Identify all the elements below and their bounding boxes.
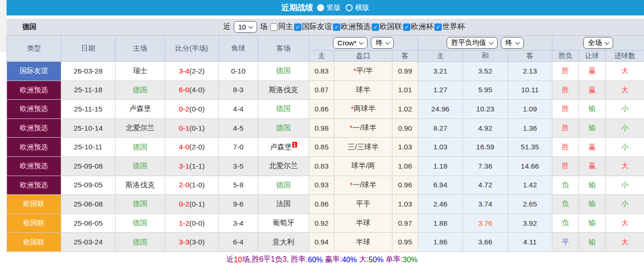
layout-radio-0[interactable]: 竖版	[317, 3, 341, 12]
subheader-goals: 进球数	[606, 51, 644, 62]
away-team-name: 葡萄牙	[273, 219, 295, 227]
goals-outcome: 小	[606, 118, 644, 138]
match-date: 25-10-14	[61, 118, 116, 138]
header-score: 比分(半场)	[165, 36, 219, 62]
handicap-text: 半球	[356, 238, 370, 246]
bookmaker-select-value: Crow*	[338, 39, 357, 47]
match-date: 25-09-08	[61, 156, 116, 176]
subheader-result: 胜负	[552, 51, 579, 62]
fulltime-score: 1-2	[179, 219, 189, 227]
goals-result-text: 大	[621, 86, 629, 94]
away-team-name: 德国	[276, 181, 291, 189]
handicap-outcome: 输	[579, 195, 606, 214]
avg-odds-draw: 4.92	[463, 118, 508, 138]
goals-outcome: 大	[606, 81, 644, 100]
avg-odds-away: 10.11	[508, 81, 552, 100]
match-type-badge: 国际友谊	[7, 62, 61, 81]
score-cell: 3-1(1-1)	[165, 156, 219, 176]
home-team-name: 德国	[133, 143, 147, 151]
team-name: 德国	[22, 22, 36, 31]
fulltime-score: 0-2	[179, 105, 189, 113]
result-outcome: 胜	[552, 100, 579, 119]
result-outcome: 平	[552, 233, 579, 252]
layout-radio-1[interactable]: 横版	[346, 3, 369, 12]
goals-outcome: 大	[606, 214, 644, 233]
handicap-outcome: 赢	[579, 81, 606, 100]
header-home: 主场	[116, 36, 165, 62]
handicap-text: 一/球半	[353, 181, 376, 189]
filter-checkbox-2[interactable]: ✓欧洲预选	[333, 22, 371, 32]
handicap-text: 球半/两	[351, 162, 375, 170]
header-type: 类型	[7, 36, 61, 62]
corners: 6-4	[219, 233, 258, 252]
summary-segment: 大:	[357, 255, 369, 265]
filter-checkbox-5[interactable]: ✓世界杯	[434, 22, 465, 32]
avg-odds-home: 1.88	[418, 214, 463, 233]
handicap-result-text: 赢	[588, 143, 596, 151]
scope-select[interactable]: 全场	[583, 37, 613, 49]
crow-odds-home: 0.98	[309, 118, 334, 138]
scope-select-value: 全场	[588, 38, 602, 47]
handicap-result-text: 输	[588, 124, 596, 132]
avg-group-header: 胜平负均值 终	[418, 36, 552, 51]
score-cell: 4-0(2-0)	[165, 138, 219, 157]
result-text: 负	[562, 219, 569, 227]
handicap-line: 球半	[334, 81, 392, 100]
avg-odds-draw: 4.72	[463, 176, 508, 195]
table-row: 欧洲预选 25-10-14 北爱尔兰 0-1(0-1) 4-5 德国 0.98 …	[7, 118, 644, 138]
odds-time-select[interactable]: 终	[371, 37, 394, 49]
summary-segment: 赢率:	[323, 255, 342, 265]
halftime-score: (0-1)	[189, 200, 205, 208]
fulltime-score: 0-2	[179, 200, 189, 208]
header-row-groups: 类型 日期 主场 比分(半场) 角球 客场 Crow* 终	[7, 36, 644, 51]
result-outcome: 负	[552, 176, 579, 195]
team-count-badge: 1	[292, 142, 297, 148]
filter-checkbox-3[interactable]: ✓欧国联	[372, 22, 402, 32]
home-team: 德国	[116, 233, 165, 252]
away-team: 卢森堡1	[258, 138, 309, 157]
crow-odds-away: 0.95	[392, 233, 418, 252]
crow-odds-home: 0.93	[309, 176, 334, 195]
page-title: 近期战绩	[282, 2, 313, 13]
table-row: 欧洲预选 25-11-15 卢森堡 0-2(0-0) 4-4 德国 0.86 *…	[7, 100, 644, 119]
avg-odds-home: 24.96	[418, 100, 463, 119]
avg-type-select[interactable]: 胜平负均值	[447, 37, 498, 49]
score-cell: 0-2(0-0)	[165, 100, 219, 119]
subheader-avg-home: 主	[418, 51, 463, 62]
avg-odds-draw: 3.66	[463, 233, 508, 252]
home-team-name: 卢森堡	[129, 104, 151, 112]
avg-time-select[interactable]: 终	[501, 37, 524, 49]
handicap-outcome: 输	[579, 233, 606, 252]
home-team: 德国	[116, 138, 165, 157]
match-date: 25-11-18	[61, 81, 116, 100]
results-table: 类型 日期 主场 比分(半场) 角球 客场 Crow* 终	[7, 35, 644, 252]
handicap-outcome: 输	[579, 100, 606, 119]
match-date: 25-10-11	[61, 138, 116, 157]
halftime-score: (0-0)	[189, 105, 205, 113]
bookmaker-select[interactable]: Crow*	[333, 37, 368, 49]
fulltime-score: 3-1	[179, 162, 189, 170]
handicap-outcome: 赢	[579, 156, 606, 176]
recent-count-select[interactable]: 10	[233, 21, 257, 33]
handicap-line: 半球	[334, 214, 392, 233]
home-team-name: 斯洛伐克	[126, 181, 155, 189]
chevron-down-icon	[605, 40, 609, 44]
odds-time-select-value: 终	[376, 38, 383, 47]
avg-odds-draw: 3.76	[463, 214, 508, 233]
home-team: 瑞士	[116, 62, 165, 81]
table-row: 欧洲预选 25-09-08 德国 3-1(1-1) 3-5 北爱尔兰 0.83 …	[7, 156, 644, 176]
handicap-outcome: 输	[579, 214, 606, 233]
goals-result-text: 大	[621, 219, 629, 227]
match-type-badge: 欧国联	[7, 195, 61, 214]
filter-checkbox-0[interactable]: 同主	[270, 22, 293, 32]
away-team-name: 卢森堡	[270, 143, 292, 151]
result-text: 胜	[562, 162, 569, 170]
goals-result-text: 小	[621, 199, 629, 207]
result-text: 负	[562, 181, 569, 189]
goals-result-text: 小	[621, 181, 629, 189]
filter-checkbox-4[interactable]: ✓欧洲杯	[403, 22, 434, 32]
filter-checkbox-1[interactable]: ✓国际友谊	[294, 22, 332, 32]
avg-draw-value: 4.92	[478, 124, 492, 132]
handicap-result-text: 输	[588, 181, 596, 189]
avg-odds-away: 1.36	[508, 118, 552, 138]
